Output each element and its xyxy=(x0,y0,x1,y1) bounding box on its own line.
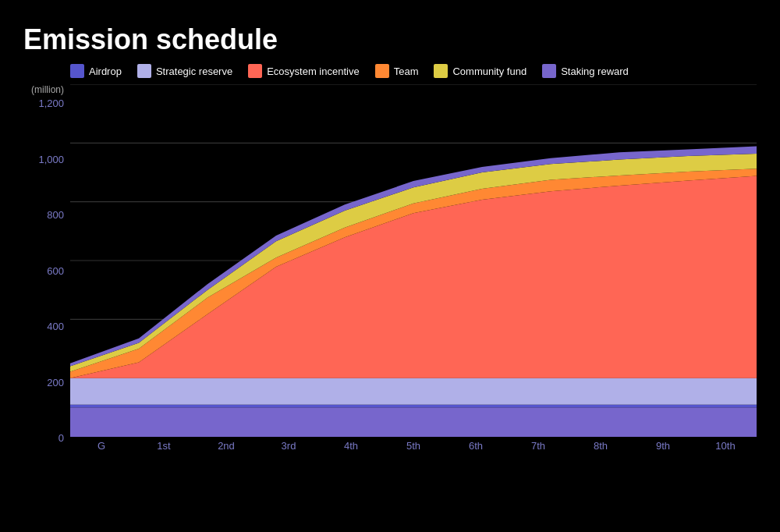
chart-area: Airdrop Strategic reserve Ecosystem ince… xyxy=(23,64,757,501)
community-label: Community fund xyxy=(452,66,526,77)
legend: Airdrop Strategic reserve Ecosystem ince… xyxy=(23,64,757,78)
team-color xyxy=(375,64,389,78)
y-label-1000: 1,000 xyxy=(38,154,64,165)
ecosystem-color xyxy=(248,64,262,78)
legend-community: Community fund xyxy=(434,64,526,78)
legend-staking: Staking reward xyxy=(542,64,629,78)
legend-row-1: Airdrop Strategic reserve Ecosystem ince… xyxy=(70,64,360,78)
area-chart xyxy=(70,84,757,437)
airdrop-area xyxy=(70,405,757,408)
x-label-1st: 1st xyxy=(133,440,195,459)
staking-label: Staking reward xyxy=(561,66,629,77)
chart-inner: G 1st 2nd 3rd 4th 5th 6th 7th 8th 9th 10… xyxy=(70,84,757,459)
x-label-2nd: 2nd xyxy=(195,440,257,459)
x-axis: G 1st 2nd 3rd 4th 5th 6th 7th 8th 9th 10… xyxy=(70,437,757,459)
legend-strategic: Strategic reserve xyxy=(137,64,232,78)
y-label-1200: 1,200 xyxy=(38,98,64,108)
y-label-0: 0 xyxy=(58,433,64,443)
x-label-5th: 5th xyxy=(382,440,445,459)
main-container: Emission schedule Airdrop Strategic rese… xyxy=(0,0,780,532)
y-axis: (million) 1,200 1,000 800 600 400 200 0 xyxy=(23,84,70,459)
strategic-area xyxy=(70,378,757,405)
ecosystem-label: Ecosystem incentive xyxy=(267,66,360,77)
x-label-g: G xyxy=(70,440,133,459)
x-label-3rd: 3rd xyxy=(257,440,320,459)
airdrop-label: Airdrop xyxy=(89,66,122,77)
y-label-400: 400 xyxy=(47,321,64,332)
community-color xyxy=(434,64,448,78)
airdrop-color xyxy=(70,64,84,78)
x-label-7th: 7th xyxy=(507,440,569,459)
x-label-9th: 9th xyxy=(632,440,694,459)
y-unit: (million) xyxy=(23,84,70,95)
x-label-4th: 4th xyxy=(320,440,382,459)
page-title: Emission schedule xyxy=(23,23,757,56)
legend-row-2: Team Community fund Staking reward xyxy=(375,64,629,78)
strategic-label: Strategic reserve xyxy=(156,66,232,77)
y-label-200: 200 xyxy=(47,378,64,388)
legend-airdrop: Airdrop xyxy=(70,64,122,78)
team-label: Team xyxy=(394,66,419,77)
strategic-color xyxy=(137,64,151,78)
x-label-10th: 10th xyxy=(694,440,757,459)
staking-bottom-area xyxy=(70,407,757,437)
chart-wrapper: (million) 1,200 1,000 800 600 400 200 0 xyxy=(23,84,757,459)
x-label-6th: 6th xyxy=(445,440,507,459)
legend-ecosystem: Ecosystem incentive xyxy=(248,64,360,78)
y-label-600: 600 xyxy=(47,266,64,276)
staking-color xyxy=(542,64,556,78)
legend-team: Team xyxy=(375,64,419,78)
y-label-800: 800 xyxy=(47,210,64,220)
x-label-8th: 8th xyxy=(569,440,632,459)
